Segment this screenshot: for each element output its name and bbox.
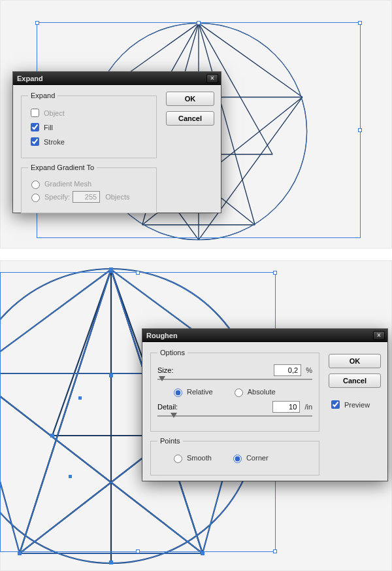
gradient-mesh-label: Gradient Mesh [44,180,91,188]
detail-unit: /in [304,403,312,411]
specify-unit: Objects [105,193,129,201]
absolute-label: Absolute [248,388,276,396]
corner-radio[interactable] [233,455,242,463]
preview-checkbox[interactable] [331,400,340,409]
handle-mr[interactable] [358,128,362,132]
size-unit: % [306,366,312,374]
specify-row: Specify: Objects [28,191,150,203]
detail-label: Detail: [157,403,178,411]
fill-row: Fill [28,121,150,133]
svg-rect-37 [109,561,113,564]
expand-titlebar[interactable]: Expand × [13,72,221,85]
handle-tr[interactable] [273,271,277,275]
gradient-group-legend: Expand Gradient To [28,164,97,171]
options-legend: Options [157,349,188,356]
svg-rect-32 [109,268,113,271]
stroke-label: Stroke [44,138,65,146]
handle-tm[interactable] [197,21,201,25]
expand-dialog: Expand × Expand Object Fill Stroke [13,72,221,213]
absolute-radio[interactable] [235,389,243,397]
roughen-dialog: Roughen × Options Size: % Relative Ab [142,329,387,481]
specify-label: Specify: [44,193,70,201]
close-icon[interactable]: × [373,331,385,340]
specify-input[interactable] [73,191,100,203]
size-input[interactable] [274,364,301,376]
expand-group: Expand Object Fill Stroke [21,92,157,158]
object-label: Object [44,109,65,117]
relative-label: Relative [187,388,213,396]
slider-thumb-icon[interactable] [171,413,177,418]
ok-button[interactable]: OK [329,354,381,368]
gradient-mesh-row: Gradient Mesh [28,179,150,189]
relative-radio[interactable] [174,389,182,397]
handle-bm[interactable] [136,549,140,553]
close-icon[interactable]: × [206,74,218,83]
handle-br[interactable] [273,549,277,553]
options-group: Options Size: % Relative Absolute Detai [150,349,319,432]
gradient-group: Expand Gradient To Gradient Mesh Specify… [21,164,157,213]
points-legend: Points [157,437,183,445]
handle-tl[interactable] [35,21,39,25]
gradient-mesh-radio[interactable] [31,181,40,189]
stroke-checkbox[interactable] [31,137,39,146]
smooth-radio[interactable] [174,455,182,463]
object-row: Object [28,107,150,119]
specify-radio[interactable] [31,194,40,202]
size-label: Size: [157,366,173,374]
preview-label: Preview [344,401,370,409]
fill-label: Fill [44,124,53,131]
corner-label: Corner [246,454,269,462]
slider-thumb-icon[interactable] [159,376,165,381]
expand-title: Expand [17,72,43,85]
smooth-label: Smooth [187,454,212,462]
cancel-button[interactable]: Cancel [329,373,381,388]
fill-checkbox[interactable] [31,123,39,131]
detail-input[interactable] [272,401,300,413]
object-checkbox[interactable] [31,109,39,117]
handle-tr[interactable] [358,21,362,25]
expand-group-legend: Expand [28,92,57,99]
ok-button[interactable]: OK [166,92,214,106]
points-group: Points Smooth Corner [150,437,319,476]
panel-gap [0,249,392,260]
handle-tm[interactable] [136,271,140,275]
stroke-row: Stroke [28,135,150,148]
roughen-title: Roughen [146,329,178,342]
detail-slider[interactable] [157,415,312,417]
roughen-titlebar[interactable]: Roughen × [142,329,387,342]
size-slider[interactable] [157,379,312,380]
cancel-button[interactable]: Cancel [166,111,214,126]
